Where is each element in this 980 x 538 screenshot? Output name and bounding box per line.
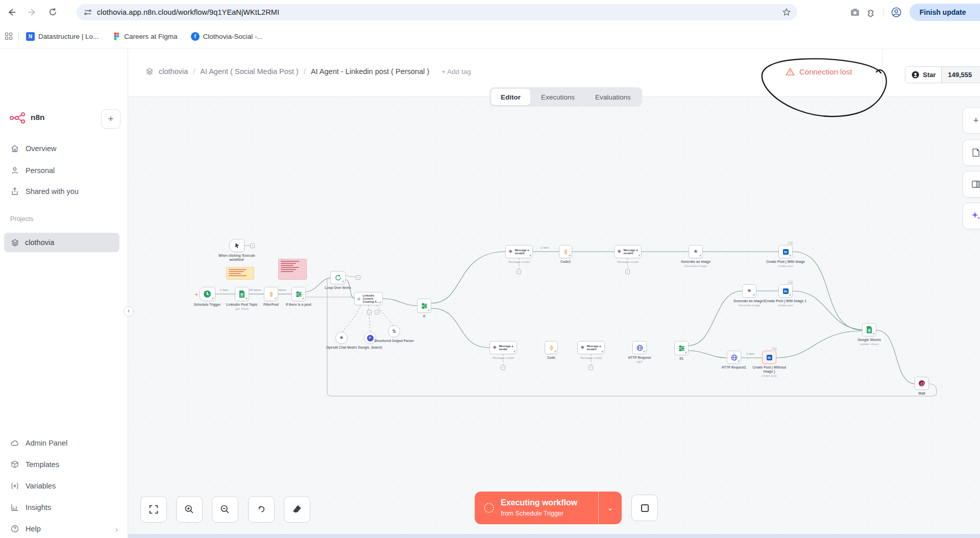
add-workflow-button[interactable]: + — [101, 109, 120, 129]
divider — [18, 31, 19, 41]
node-linkedin-post-topic[interactable]: ✓ — [235, 287, 249, 301]
node-create-post-without-image[interactable]: in1/5 — [762, 351, 776, 364]
ai-assistant-button[interactable] — [963, 203, 980, 229]
columns-icon — [971, 179, 980, 189]
node-schedule-trigger[interactable]: ✓* — [199, 287, 215, 301]
add-node-connector[interactable]: + — [250, 243, 255, 248]
sidebar-item-project-clothovia[interactable]: clothovia — [4, 233, 119, 252]
apps-grid-icon[interactable] — [5, 33, 12, 40]
n8n-logo[interactable]: n8n — [9, 111, 45, 124]
node-message-a-model2[interactable]: ✳Message a model2✓ — [505, 245, 533, 258]
sidebar-item-overview[interactable]: Overview — [0, 140, 128, 157]
execute-workflow-button[interactable]: Executing workflow from Schedule Trigger… — [475, 492, 622, 524]
horizontal-scrollbar[interactable] — [128, 534, 980, 538]
node-label: Wait — [900, 392, 943, 396]
breadcrumb-current[interactable]: AI Agent - Linkedin post ( Personal ) — [311, 67, 429, 76]
site-settings-icon[interactable] — [84, 8, 92, 16]
sticky-note-yellow[interactable] — [226, 267, 254, 280]
sidebar-item-variables[interactable]: Variables — [0, 477, 128, 495]
forward-icon[interactable] — [23, 4, 41, 21]
add-node-connector[interactable]: + — [375, 310, 379, 314]
node-code2[interactable]: {}✓ — [559, 245, 572, 258]
layout-panel-button[interactable] — [963, 171, 980, 198]
zoom-in-icon — [184, 504, 195, 515]
node-create-post-with-image[interactable]: in✓1/5 — [778, 245, 793, 258]
back-icon[interactable] — [3, 4, 20, 21]
node-http-request[interactable]: ✓ — [632, 341, 647, 354]
add-node-button[interactable]: + — [963, 107, 980, 134]
add-tag-button[interactable]: + Add tag — [442, 68, 471, 76]
node-message-a-model4[interactable]: ✳Message a model4✓ — [614, 245, 642, 258]
zoom-in-button[interactable] — [176, 496, 203, 523]
camera-icon[interactable] — [847, 4, 863, 20]
github-star-button[interactable]: Star — [905, 67, 941, 83]
address-bar[interactable]: clothovia.app.n8n.cloud/workflow/9q1YEaN… — [77, 4, 797, 20]
node-generate-an-image1[interactable]: ✳✓ — [742, 284, 756, 298]
variables-icon — [10, 481, 19, 491]
undo-button[interactable] — [248, 496, 275, 523]
workflow-canvas[interactable]: 1 item243 items3 items1 item1 item++++++… — [128, 97, 980, 538]
sidebar-item-personal[interactable]: Personal — [0, 162, 128, 179]
node-code[interactable]: {}✓ — [545, 341, 558, 354]
sidebar-item-insights[interactable]: Insights — [0, 499, 128, 516]
edge-items-label: 1 item — [540, 246, 550, 250]
bookmark-datastructure[interactable]: N Datastructure | Lo... — [26, 32, 99, 41]
add-node-connector[interactable]: + — [625, 270, 630, 274]
sidebar-item-admin-panel[interactable]: Admin Panel — [0, 434, 128, 452]
add-node-connector[interactable]: + — [367, 310, 372, 314]
node-structured-output-parser[interactable]: ⇅ — [388, 325, 400, 337]
add-node-connector[interactable]: + — [356, 275, 360, 280]
node-message-a-model1[interactable]: ✳Message a model1✓ — [577, 341, 605, 354]
node-if-there-is-a-post[interactable]: ✓ — [291, 287, 306, 301]
add-node-connector[interactable]: + — [501, 365, 505, 370]
sidebar-item-shared-with-you[interactable]: Shared with you — [0, 183, 128, 200]
bookmarks-bar: N Datastructure | Lo... Careers at Figma… — [0, 24, 980, 49]
zoom-out-button[interactable] — [212, 496, 238, 523]
add-node-connector[interactable]: + — [517, 270, 521, 274]
breadcrumb-parent[interactable]: AI Agent ( Social Media Post ) — [200, 67, 299, 76]
node-agent[interactable]: LinkedIn Content Creating A...✓ — [354, 292, 383, 305]
executing-workflow-main[interactable]: Executing workflow from Schedule Trigger — [475, 492, 598, 524]
note-icon — [971, 148, 980, 158]
bookmark-star-icon[interactable] — [782, 8, 791, 17]
node-message-a-model[interactable]: ✳Message a model✓ — [489, 341, 517, 354]
node-if1[interactable]: ✓ — [674, 341, 689, 355]
stop-execution-button[interactable] — [631, 495, 658, 521]
fit-view-button[interactable] — [140, 496, 167, 523]
extensions-icon[interactable] — [863, 4, 879, 20]
chart-icon — [10, 503, 19, 512]
node-label: Message model — [482, 356, 525, 360]
sticky-note-button[interactable] — [963, 139, 980, 166]
node-loop-over-items[interactable]: ✓ — [330, 271, 346, 284]
node-wait[interactable] — [915, 377, 929, 390]
bookmark-clothovia-social[interactable]: f Clothovia-Social -... — [191, 32, 263, 41]
sidebar-collapse-handle[interactable]: ‹ — [124, 306, 134, 316]
node-label: When clicking 'Execute workflow' — [215, 254, 258, 262]
tab-executions[interactable]: Executions — [531, 89, 584, 105]
node-if[interactable]: ✓ — [417, 299, 431, 313]
sidebar-item-templates[interactable]: Templates — [0, 456, 128, 473]
tab-editor[interactable]: Editor — [491, 89, 530, 105]
node-label: If — [403, 314, 446, 319]
node-openai-chat-model[interactable]: ✳ — [335, 332, 348, 344]
node-create-post-with-image-1[interactable]: in✓1/5 — [778, 284, 793, 298]
node-generate-an-image[interactable]: ✳✓ — [689, 245, 703, 258]
finish-update-button[interactable]: Finish update — [910, 4, 980, 21]
bookmark-figma[interactable]: Careers at Figma — [112, 32, 177, 41]
node-google-sheets[interactable]: ✓ — [862, 323, 876, 336]
node-filterpost[interactable]: {}✓ — [264, 287, 278, 301]
bookmark-favicon: N — [26, 32, 35, 41]
profile-icon[interactable] — [888, 4, 904, 20]
add-node-connector[interactable]: + — [589, 365, 593, 370]
tab-evaluations[interactable]: Evaluations — [585, 89, 641, 105]
browser-toolbar: clothovia.app.n8n.cloud/workflow/9q1YEaN… — [0, 0, 980, 24]
sidebar-item-help[interactable]: Help › — [0, 520, 128, 537]
execute-options-chevron[interactable]: ⌄ — [598, 492, 622, 524]
node-http-request1[interactable]: ✓ — [727, 351, 741, 364]
node-manual-trigger[interactable] — [229, 239, 244, 252]
refresh-icon[interactable] — [44, 4, 61, 21]
github-star-widget[interactable]: Star 149,555 — [905, 66, 980, 83]
sticky-note-pink[interactable] — [278, 259, 307, 280]
tidy-up-button[interactable] — [284, 496, 310, 523]
breadcrumb-project[interactable]: clothovia — [159, 67, 188, 76]
